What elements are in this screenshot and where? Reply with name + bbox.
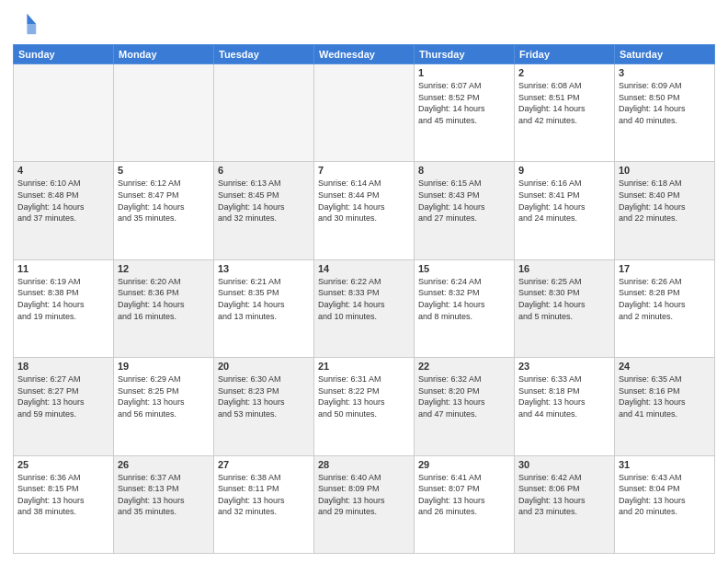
calendar-cell [314, 64, 415, 162]
week-row-3: 18Sunrise: 6:27 AM Sunset: 8:27 PM Dayli… [14, 358, 715, 455]
day-number: 8 [418, 165, 510, 176]
day-info: Sunrise: 6:32 AM Sunset: 8:20 PM Dayligh… [418, 373, 510, 419]
day-info: Sunrise: 6:29 AM Sunset: 8:25 PM Dayligh… [118, 373, 210, 419]
day-info: Sunrise: 6:35 AM Sunset: 8:16 PM Dayligh… [619, 373, 711, 419]
day-info: Sunrise: 6:20 AM Sunset: 8:36 PM Dayligh… [118, 276, 210, 322]
day-info: Sunrise: 6:38 AM Sunset: 8:11 PM Dayligh… [218, 472, 310, 518]
day-number: 9 [518, 165, 610, 176]
logo-icon [13, 11, 39, 37]
calendar-cell: 2Sunrise: 6:08 AM Sunset: 8:51 PM Daylig… [515, 64, 615, 162]
week-row-0: 1Sunrise: 6:07 AM Sunset: 8:52 PM Daylig… [14, 64, 715, 162]
day-info: Sunrise: 6:15 AM Sunset: 8:43 PM Dayligh… [418, 178, 510, 224]
day-number: 19 [118, 361, 210, 372]
calendar-table: SundayMondayTuesdayWednesdayThursdayFrid… [13, 44, 715, 554]
calendar-cell: 7Sunrise: 6:14 AM Sunset: 8:44 PM Daylig… [314, 162, 415, 259]
day-info: Sunrise: 6:13 AM Sunset: 8:45 PM Dayligh… [218, 178, 310, 224]
calendar-cell: 18Sunrise: 6:27 AM Sunset: 8:27 PM Dayli… [14, 358, 114, 455]
day-number: 3 [619, 67, 711, 78]
day-info: Sunrise: 6:10 AM Sunset: 8:48 PM Dayligh… [17, 178, 109, 224]
day-header-friday: Friday [515, 45, 615, 64]
day-info: Sunrise: 6:43 AM Sunset: 8:04 PM Dayligh… [619, 472, 711, 518]
calendar-cell: 24Sunrise: 6:35 AM Sunset: 8:16 PM Dayli… [615, 358, 715, 455]
calendar-header: SundayMondayTuesdayWednesdayThursdayFrid… [14, 45, 715, 64]
calendar-cell: 30Sunrise: 6:42 AM Sunset: 8:06 PM Dayli… [515, 455, 615, 553]
calendar-cell: 23Sunrise: 6:33 AM Sunset: 8:18 PM Dayli… [515, 358, 615, 455]
day-number: 25 [17, 459, 109, 470]
calendar-cell: 25Sunrise: 6:36 AM Sunset: 8:15 PM Dayli… [14, 455, 114, 553]
calendar-cell: 4Sunrise: 6:10 AM Sunset: 8:48 PM Daylig… [14, 162, 114, 259]
calendar-cell: 28Sunrise: 6:40 AM Sunset: 8:09 PM Dayli… [314, 455, 415, 553]
day-info: Sunrise: 6:07 AM Sunset: 8:52 PM Dayligh… [418, 80, 510, 126]
day-header-thursday: Thursday [415, 45, 515, 64]
day-number: 23 [518, 361, 610, 372]
header-row: SundayMondayTuesdayWednesdayThursdayFrid… [14, 45, 715, 64]
day-info: Sunrise: 6:42 AM Sunset: 8:06 PM Dayligh… [518, 472, 610, 518]
calendar-cell: 20Sunrise: 6:30 AM Sunset: 8:23 PM Dayli… [214, 358, 314, 455]
day-number: 13 [218, 263, 310, 274]
calendar-cell: 26Sunrise: 6:37 AM Sunset: 8:13 PM Dayli… [114, 455, 214, 553]
svg-marker-1 [27, 24, 36, 34]
day-info: Sunrise: 6:31 AM Sunset: 8:22 PM Dayligh… [318, 373, 410, 419]
header [13, 11, 715, 37]
week-row-1: 4Sunrise: 6:10 AM Sunset: 8:48 PM Daylig… [14, 162, 715, 259]
calendar-cell: 13Sunrise: 6:21 AM Sunset: 8:35 PM Dayli… [214, 259, 314, 357]
day-header-monday: Monday [114, 45, 214, 64]
calendar-cell: 29Sunrise: 6:41 AM Sunset: 8:07 PM Dayli… [415, 455, 515, 553]
day-number: 14 [318, 263, 410, 274]
calendar-cell: 10Sunrise: 6:18 AM Sunset: 8:40 PM Dayli… [615, 162, 715, 259]
calendar-cell: 3Sunrise: 6:09 AM Sunset: 8:50 PM Daylig… [615, 64, 715, 162]
day-info: Sunrise: 6:19 AM Sunset: 8:38 PM Dayligh… [17, 276, 109, 322]
day-number: 10 [619, 165, 711, 176]
logo [13, 11, 42, 37]
day-number: 1 [418, 67, 510, 78]
day-number: 31 [619, 459, 711, 470]
day-header-saturday: Saturday [615, 45, 715, 64]
calendar-cell: 15Sunrise: 6:24 AM Sunset: 8:32 PM Dayli… [415, 259, 515, 357]
day-number: 11 [17, 263, 109, 274]
day-info: Sunrise: 6:30 AM Sunset: 8:23 PM Dayligh… [218, 373, 310, 419]
calendar-cell: 12Sunrise: 6:20 AM Sunset: 8:36 PM Dayli… [114, 259, 214, 357]
calendar-cell: 6Sunrise: 6:13 AM Sunset: 8:45 PM Daylig… [214, 162, 314, 259]
calendar-cell: 14Sunrise: 6:22 AM Sunset: 8:33 PM Dayli… [314, 259, 415, 357]
calendar-cell [14, 64, 114, 162]
day-info: Sunrise: 6:37 AM Sunset: 8:13 PM Dayligh… [118, 472, 210, 518]
day-info: Sunrise: 6:21 AM Sunset: 8:35 PM Dayligh… [218, 276, 310, 322]
calendar-cell: 5Sunrise: 6:12 AM Sunset: 8:47 PM Daylig… [114, 162, 214, 259]
day-number: 6 [218, 165, 310, 176]
calendar-cell: 31Sunrise: 6:43 AM Sunset: 8:04 PM Dayli… [615, 455, 715, 553]
calendar-cell: 27Sunrise: 6:38 AM Sunset: 8:11 PM Dayli… [214, 455, 314, 553]
day-number: 2 [518, 67, 610, 78]
day-number: 17 [619, 263, 711, 274]
week-row-4: 25Sunrise: 6:36 AM Sunset: 8:15 PM Dayli… [14, 455, 715, 553]
day-info: Sunrise: 6:18 AM Sunset: 8:40 PM Dayligh… [619, 178, 711, 224]
day-header-sunday: Sunday [14, 45, 114, 64]
day-info: Sunrise: 6:08 AM Sunset: 8:51 PM Dayligh… [518, 80, 610, 126]
svg-marker-0 [27, 14, 36, 24]
day-info: Sunrise: 6:40 AM Sunset: 8:09 PM Dayligh… [318, 472, 410, 518]
day-number: 22 [418, 361, 510, 372]
calendar-cell: 8Sunrise: 6:15 AM Sunset: 8:43 PM Daylig… [415, 162, 515, 259]
day-info: Sunrise: 6:24 AM Sunset: 8:32 PM Dayligh… [418, 276, 510, 322]
calendar-cell: 11Sunrise: 6:19 AM Sunset: 8:38 PM Dayli… [14, 259, 114, 357]
calendar-body: 1Sunrise: 6:07 AM Sunset: 8:52 PM Daylig… [14, 64, 715, 554]
calendar-cell [214, 64, 314, 162]
day-number: 5 [118, 165, 210, 176]
calendar-cell [114, 64, 214, 162]
day-number: 21 [318, 361, 410, 372]
day-number: 16 [518, 263, 610, 274]
day-info: Sunrise: 6:27 AM Sunset: 8:27 PM Dayligh… [17, 373, 109, 419]
day-number: 20 [218, 361, 310, 372]
day-number: 29 [418, 459, 510, 470]
day-info: Sunrise: 6:14 AM Sunset: 8:44 PM Dayligh… [318, 178, 410, 224]
week-row-2: 11Sunrise: 6:19 AM Sunset: 8:38 PM Dayli… [14, 259, 715, 357]
day-header-wednesday: Wednesday [314, 45, 415, 64]
day-info: Sunrise: 6:33 AM Sunset: 8:18 PM Dayligh… [518, 373, 610, 419]
day-number: 30 [518, 459, 610, 470]
day-number: 7 [318, 165, 410, 176]
calendar-cell: 9Sunrise: 6:16 AM Sunset: 8:41 PM Daylig… [515, 162, 615, 259]
day-number: 12 [118, 263, 210, 274]
day-info: Sunrise: 6:25 AM Sunset: 8:30 PM Dayligh… [518, 276, 610, 322]
page: SundayMondayTuesdayWednesdayThursdayFrid… [0, 0, 728, 563]
day-info: Sunrise: 6:16 AM Sunset: 8:41 PM Dayligh… [518, 178, 610, 224]
day-info: Sunrise: 6:41 AM Sunset: 8:07 PM Dayligh… [418, 472, 510, 518]
